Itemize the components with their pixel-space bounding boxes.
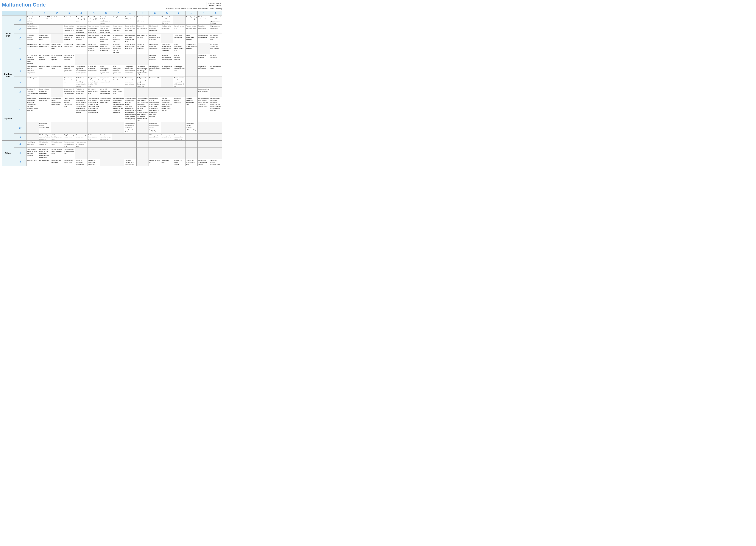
cell-3-5: Outdoor air temp. sensor error — [88, 134, 100, 141]
cell-text: Communication error between indoor unit … — [198, 97, 209, 107]
protection-sub: Details Division — [209, 4, 221, 6]
cell-F-1: No.1 protection device operates. — [39, 54, 51, 65]
cell-6-4: Indoor air thermistor system error — [75, 159, 88, 166]
cell-4-1: Chilled water valve error — [39, 141, 51, 148]
row-code-J: J — [14, 65, 27, 77]
cell-text: High pressure switch (HPS) activated — [64, 34, 73, 40]
section-label-indoor-unit: Indoor Unit — [2, 15, 14, 54]
cell-E-5: Heat exchanger sensor error — [88, 34, 100, 43]
cell-F-4 — [75, 54, 88, 65]
cell-J-9: Double tube heat exchanger outlet or gas… — [136, 65, 149, 77]
cell-L-14 — [198, 77, 210, 88]
cell-5-12 — [173, 148, 186, 159]
cell-4-4: Heat exchanger of hot water error — [75, 141, 88, 148]
cell-text: Replace the high efficiency filter — [186, 160, 196, 165]
cell-U-14: Communication error between indoor unit … — [198, 97, 210, 122]
cell-3-3: Supply air temp. sensor error — [63, 134, 75, 141]
cell-C-0: Malfunctions in a sensor system — [27, 25, 39, 34]
cell-E-6: Over current of inverter compressor moto… — [100, 34, 112, 43]
cell-3-2: Outdoor air humidity sensor error — [51, 134, 63, 141]
cell-text: Double tube heat exchanger outlet or gas… — [137, 66, 147, 76]
cell-P-15 — [210, 88, 222, 97]
cell-A-11: *Dust collector error *No-maintenance fi… — [161, 15, 173, 25]
cell-L-13 — [185, 77, 198, 88]
cell-A-1: Indoor unit PCB assembly failure — [39, 15, 51, 25]
cell-text: Temperature rise in a switch box — [64, 77, 74, 83]
cell-5-15 — [210, 148, 222, 159]
cell-6-9 — [136, 159, 149, 166]
cell-C-3: Sensor system of drain water thermistor … — [63, 25, 75, 34]
cell-6-14: Replace the deodorization catalyst — [198, 159, 210, 166]
cell-text: Radiation fin (power transistor) tempera… — [76, 77, 85, 87]
cell-P-11 — [161, 88, 173, 97]
cell-text: Sensor system error of refrigerant tempe… — [27, 66, 37, 74]
cell-text: Compressor motor overload sensor is abno… — [88, 43, 98, 51]
cell-text: Radiation sensor error — [198, 25, 206, 29]
col-1: 1 — [39, 11, 51, 15]
row-code-C: C — [14, 25, 27, 34]
cell-E-3: High pressure switch (HPS) activated — [63, 34, 75, 43]
cell-text: PC board error — [39, 160, 49, 161]
cell-text: Low pressure equivalent satulated temp. … — [76, 66, 86, 76]
cell-P-12 — [173, 88, 186, 97]
cell-E-14: Malfunctions in a drain water — [198, 34, 210, 43]
cell-4-2: Hot water valve error — [51, 141, 63, 148]
cell-P-7: Total input current sensor error — [112, 88, 124, 97]
row-code-E: E — [14, 34, 27, 43]
cell-text: No.2 protection device operates. — [52, 55, 62, 60]
cell-text: Malfunctions of a humidifier system (wat… — [211, 16, 221, 24]
cell-4-3: Heat exchanger of chilled water error — [63, 141, 75, 148]
cell-4-9 — [136, 141, 149, 148]
cell-text: *Dust collector error *No-maintenance fi… — [162, 16, 171, 24]
cell-U-15: Failure to carry out check operation ind… — [210, 97, 222, 122]
row-code-3: 3 — [14, 134, 27, 141]
cell-U-2: Power voltage failure Instantaneous powe… — [51, 97, 63, 122]
cell-text: Discharge pipe thermistor system error — [64, 66, 74, 72]
cell-U-10: Combination error of indoor/outdoor unit… — [149, 97, 161, 122]
col-J: J — [185, 11, 198, 15]
cell-text: Radiation fin temperature sensor error — [76, 88, 84, 94]
col-6: 6 — [100, 11, 112, 15]
cell-F-11: Discharge temperature is abnormally high — [161, 54, 173, 65]
col-3: 3 — [63, 11, 75, 15]
cell-text: High pressure switch error — [211, 25, 220, 29]
cell-text: Water leakage sensor 1 error — [149, 134, 159, 138]
cell-A-9: Electronic expansion valve drive error — [136, 15, 149, 25]
malfunction-table: 0 1 2 3 4 5 6 7 8 9 A H C J E F Indoor U… — [2, 11, 222, 166]
cell-text: Improper connection of transmission wiri… — [162, 97, 172, 111]
cell-text: Shortage of water supply — [198, 16, 207, 20]
cell-text: Capacity setting error (Indoor) — [186, 16, 197, 20]
cell-L-15 — [210, 77, 222, 88]
cell-C-14: Radiation sensor error — [198, 25, 210, 34]
cell-text: Total input current sensor error — [113, 88, 122, 94]
cell-P-6: AC or DC output current sensor system — [100, 88, 112, 97]
row-code-6: 6 — [14, 159, 27, 166]
note: * Refer the service manual of each model… — [166, 8, 222, 10]
cell-H-5: Compressor motor overload sensor is abno… — [88, 43, 100, 54]
cell-A-10: Heater overheat — [149, 15, 161, 25]
cell-text: Stall prevention error (start-up error) … — [137, 77, 147, 87]
cell-3-8 — [124, 134, 137, 141]
row-code-L: L — [14, 77, 27, 88]
cell-text: Heat exchanger (2) (Gas pipe) thermistor… — [88, 25, 99, 33]
cell-E-10: Electronic expansion valve drive error — [149, 34, 161, 43]
cell-text: Communication error between inverter and… — [174, 77, 184, 87]
cell-E-13: Water temperature abnormal — [185, 34, 198, 43]
cell-4-6 — [100, 141, 112, 148]
row-code-M: M — [14, 122, 27, 134]
cell-P-8 — [124, 88, 137, 97]
row-code-U: U — [14, 97, 27, 122]
cell-3-1: The humidity sensor of return air sensor — [39, 134, 51, 141]
cell-text: Humidifying valve error — [27, 141, 35, 145]
cell-J-1: Pressure sensor error — [39, 65, 51, 77]
cell-text: Outdoor air thermistor system error — [88, 160, 96, 165]
cell-C-1 — [39, 25, 51, 34]
cell-E-15: Ice thermal storage unit error — [210, 34, 222, 43]
cell-E-7: Over current of STD compressor motor — [112, 34, 124, 43]
cell-U-7: *Communication error between outdoor uni… — [112, 97, 124, 122]
cell-text: *Communication error between outdoor uni… — [113, 97, 124, 113]
cell-3-13 — [185, 134, 198, 141]
cell-text: Discharge air thermistor system error — [149, 25, 158, 31]
cell-6-7 — [112, 159, 124, 166]
cell-text: Failure to carry out check operation ind… — [211, 97, 221, 111]
